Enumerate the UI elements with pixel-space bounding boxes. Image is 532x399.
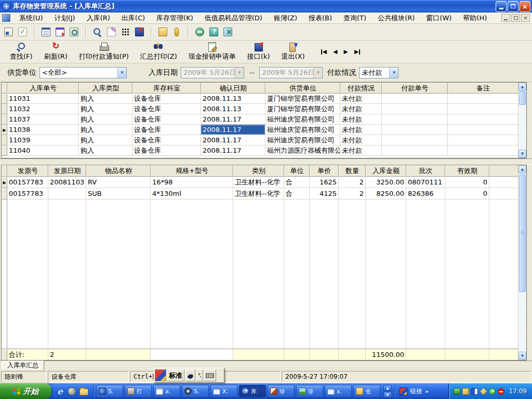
taskbar-button[interactable]: 打 bbox=[125, 385, 152, 397]
grid-cell-confirm_date[interactable]: 2008.11.17 bbox=[201, 125, 265, 135]
prev-record-button[interactable]: ◀ bbox=[333, 48, 337, 55]
grid-cell-warehouse[interactable]: 设备仓库 bbox=[132, 135, 201, 145]
grid-cell-order_type[interactable]: 购入 bbox=[79, 125, 132, 135]
grid-cell-remark[interactable] bbox=[448, 114, 518, 125]
column-header[interactable]: 发票日期 bbox=[48, 165, 86, 177]
grid-cell-pay_no[interactable] bbox=[382, 145, 448, 156]
row-selector[interactable] bbox=[2, 104, 7, 114]
scrollbar-thumb[interactable] bbox=[519, 175, 526, 292]
grid-cell-invoice_date[interactable] bbox=[48, 188, 86, 200]
save-export-icon[interactable] bbox=[135, 28, 144, 36]
grid-cell-pay_no[interactable] bbox=[382, 104, 448, 114]
grid-cell-order_type[interactable]: 购入 bbox=[79, 94, 132, 104]
folder-mail-icon[interactable] bbox=[158, 28, 167, 36]
grid-cell-warehouse[interactable]: 设备仓库 bbox=[132, 94, 201, 104]
column-header[interactable]: 单价 bbox=[310, 165, 339, 177]
column-header[interactable]: 库存科室 bbox=[132, 83, 201, 94]
grid-cell-batch[interactable]: 08070111 bbox=[406, 177, 445, 188]
taskbar-button[interactable]: S. bbox=[96, 385, 123, 397]
cash-reimbursement-form-button[interactable]: 现金报销申请单 bbox=[184, 41, 241, 63]
grid-cell-confirm_date[interactable]: 2008.11.17 bbox=[201, 135, 265, 145]
exit-button[interactable]: 退出(X) bbox=[277, 41, 310, 63]
grid-cell-remark[interactable] bbox=[448, 104, 518, 114]
close-button[interactable]: × bbox=[520, 1, 530, 12]
gold-note-icon[interactable] bbox=[480, 388, 488, 395]
grid-cell-supplier[interactable]: 福州迪庆贸易有限公司 bbox=[265, 135, 340, 145]
scroll-up-icon[interactable]: ▲ bbox=[518, 165, 526, 174]
column-header[interactable]: 入库类型 bbox=[79, 83, 132, 94]
grid-cell-pay_no[interactable] bbox=[382, 94, 448, 104]
report-view-icon[interactable] bbox=[42, 28, 50, 36]
column-header[interactable]: 确认日期 bbox=[201, 83, 265, 94]
payment-combobox[interactable]: 未付款 ▼ bbox=[359, 67, 398, 78]
grid-cell-remark[interactable] bbox=[448, 135, 518, 145]
grid-cell-warehouse[interactable]: 设备仓库 bbox=[132, 145, 201, 156]
column-header[interactable]: 入库单号 bbox=[7, 83, 79, 94]
table-row[interactable]: 11040购入设备仓库2008.11.17福州力源医疗器械有限公司未付款 bbox=[2, 145, 518, 156]
grid-cell-remark[interactable] bbox=[448, 145, 518, 156]
ie-icon[interactable] bbox=[56, 387, 64, 396]
remove-circle-icon[interactable] bbox=[195, 28, 204, 36]
date-to-picker[interactable]: 2009年 5月26日 ▼ bbox=[259, 67, 323, 78]
refresh-button[interactable]: 刷新(R) bbox=[39, 41, 72, 63]
grid-cell-quantity[interactable]: 2 bbox=[339, 188, 366, 200]
dropdown-arrow-icon[interactable]: ▼ bbox=[313, 68, 322, 78]
grid-cell-pay_no[interactable] bbox=[382, 114, 448, 125]
grid-cell-amount[interactable]: 3250.00 bbox=[366, 177, 406, 188]
ime-mode-button[interactable]: 标准 bbox=[167, 369, 184, 381]
grid-cell-item_name[interactable]: SUB bbox=[86, 188, 151, 200]
grid-cell-confirm_date[interactable]: 2008.11.17 bbox=[201, 114, 265, 125]
chart-pen-icon[interactable] bbox=[471, 388, 478, 395]
grid-cell-order_no[interactable]: 11039 bbox=[7, 135, 79, 145]
grid-cell-supplier[interactable]: 厦门锦华贸易有限公司 bbox=[265, 104, 340, 114]
ime-softkeyboard-button[interactable] bbox=[204, 369, 216, 381]
taskbar-button[interactable]: S. bbox=[182, 385, 209, 397]
grid-cell-warehouse[interactable]: 设备仓库 bbox=[132, 125, 201, 135]
scroll-down-icon[interactable]: ▼ bbox=[518, 150, 526, 158]
grid-cell-pay_no[interactable] bbox=[382, 125, 448, 135]
menu-item[interactable]: 报表(B) bbox=[303, 12, 338, 24]
folder-icon[interactable] bbox=[79, 389, 88, 395]
grid-cell-pay_status[interactable]: 未付款 bbox=[340, 125, 382, 135]
links-label[interactable]: 链接 bbox=[410, 387, 422, 396]
find-button[interactable]: 查找(F) bbox=[5, 41, 37, 63]
ime-fullhalf-button[interactable] bbox=[185, 369, 195, 381]
grid-cell-supplier[interactable]: 福州迪庆贸易有限公司 bbox=[265, 114, 340, 125]
approve-check-icon[interactable] bbox=[18, 28, 27, 36]
details-scrollbar[interactable]: ▲ ▼ bbox=[518, 165, 526, 360]
table-row[interactable]: 11039购入设备仓库2008.11.17福州迪庆贸易有限公司未付款 bbox=[2, 135, 518, 145]
grid-cell-remark[interactable] bbox=[448, 125, 518, 135]
grid-cell-filler[interactable] bbox=[489, 177, 518, 188]
menu-item[interactable]: 窗口(W) bbox=[420, 12, 457, 24]
column-header[interactable]: 发票号 bbox=[7, 165, 48, 177]
grid-cell-supplier[interactable]: 福州力源医疗器械有限公司 bbox=[265, 145, 340, 156]
column-header[interactable]: 有效期 bbox=[445, 165, 489, 177]
scrollbar-track[interactable] bbox=[518, 174, 526, 352]
menu-item[interactable]: 入库(R) bbox=[81, 12, 116, 24]
orders-scrollbar[interactable]: ▲ ▼ bbox=[518, 83, 526, 158]
taskbar-button[interactable]: x. bbox=[325, 385, 352, 397]
interface-button[interactable]: 接口(k) bbox=[243, 41, 275, 63]
menu-item[interactable]: 查询(T) bbox=[338, 12, 372, 24]
next-record-button[interactable]: ▶ bbox=[344, 48, 348, 55]
dropdown-arrow-icon[interactable]: ▼ bbox=[235, 68, 244, 78]
grid-cell-amount[interactable]: 8250.00 bbox=[366, 188, 406, 200]
grid-cell-confirm_date[interactable]: 2008.11.13 bbox=[201, 94, 265, 104]
grid-cell-pay_status[interactable]: 未付款 bbox=[340, 104, 382, 114]
row-selector[interactable]: ▶ bbox=[2, 125, 7, 135]
restore-button[interactable] bbox=[508, 1, 518, 12]
dropdown-arrow-icon[interactable]: ▼ bbox=[117, 68, 126, 78]
close-box-icon[interactable] bbox=[223, 28, 232, 36]
table-row[interactable]: 00157783SUB4*130ml卫生材料--化学合412528250.008… bbox=[2, 188, 518, 200]
table-row[interactable]: ▶11038购入设备仓库2008.11.17福州迪庆贸易有限公司未付款 bbox=[2, 125, 518, 135]
first-record-button[interactable]: ◀ bbox=[321, 48, 327, 55]
new-note-icon[interactable] bbox=[4, 28, 13, 36]
grid-cell-spec_model[interactable]: 4*130ml bbox=[151, 188, 233, 200]
grid-cell-order_no[interactable]: 11040 bbox=[7, 145, 79, 156]
tab-inbound-summary[interactable]: 入库单汇总 bbox=[2, 361, 44, 370]
column-header[interactable]: 物品名称 bbox=[86, 165, 151, 177]
find-special-icon[interactable] bbox=[70, 28, 78, 36]
column-header[interactable]: 付款单号 bbox=[382, 83, 448, 94]
grid-cell-item_name[interactable]: RV bbox=[86, 177, 151, 188]
table-row[interactable]: 11032购入设备仓库2008.11.13厦门锦华贸易有限公司未付款 bbox=[2, 104, 518, 114]
